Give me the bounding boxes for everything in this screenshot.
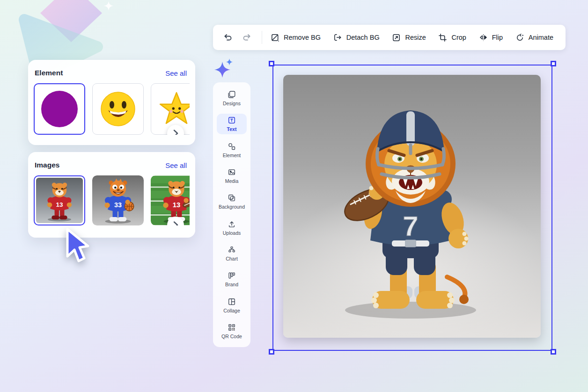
background-icon [228, 194, 236, 202]
sidebar-item-collage[interactable]: Collage [217, 295, 247, 316]
animate-label: Animate [529, 34, 553, 41]
smiley-face-icon [98, 89, 138, 129]
animate-button[interactable]: Animate [515, 33, 553, 42]
sidebar-item-label: Collage [223, 308, 240, 313]
brand-icon [228, 271, 236, 280]
jersey-number: 7 [403, 211, 418, 242]
ai-sparkle-icon [213, 57, 235, 80]
redo-icon[interactable] [241, 32, 252, 43]
chart-icon [228, 246, 236, 254]
selection-handle-top-left[interactable] [269, 61, 274, 66]
detach-bg-icon [333, 33, 342, 42]
lion-mascot-illustration: 7 [283, 75, 541, 338]
sidebar-item-label: QR Code [221, 334, 242, 339]
element-card-circle[interactable] [34, 83, 85, 135]
sidebar-item-background[interactable]: Background [217, 191, 247, 212]
flip-button[interactable]: Flip [479, 33, 503, 42]
sidebar-item-label: Uploads [223, 230, 241, 236]
decorative-diamond [40, 0, 102, 42]
sidebar-item-uploads[interactable]: Uploads [217, 218, 247, 238]
svg-text:13: 13 [56, 201, 63, 208]
sidebar-item-qr-code[interactable]: QR Code [217, 321, 247, 341]
detach-bg-button[interactable]: Detach BG [333, 33, 380, 42]
animate-icon [515, 33, 524, 42]
element-icon [228, 142, 236, 151]
sidebar-item-designs[interactable]: Designs [217, 88, 247, 109]
top-toolbar: Remove BG Detach BG Resize [213, 25, 566, 50]
text-icon [228, 116, 236, 124]
sidebar-item-label: Brand [225, 282, 238, 287]
collage-icon [228, 298, 236, 306]
toolbar-divider [262, 31, 262, 44]
element-see-all-link[interactable]: See all [165, 69, 187, 77]
sidebar-item-label: Designs [223, 101, 241, 106]
svg-text:13: 13 [173, 201, 181, 209]
sidebar-item-element[interactable]: Element [217, 140, 247, 160]
image-card-tiger-mascot[interactable]: 13 [34, 175, 85, 225]
sidebar-item-label: Chart [226, 256, 238, 261]
resize-button[interactable]: Resize [392, 33, 426, 42]
resize-icon [392, 33, 401, 42]
image-card-monster-mascot[interactable]: 33 [92, 175, 144, 225]
undo-icon[interactable] [222, 32, 234, 43]
element-panel-title: Element [35, 69, 63, 77]
sidebar-item-brand[interactable]: Brand [217, 269, 247, 290]
sidebar-item-media[interactable]: Media [217, 166, 247, 186]
decorative-sparkle [104, 1, 114, 11]
sidebar-item-text[interactable]: Text [217, 114, 247, 134]
sidebar-item-chart[interactable]: Chart [217, 243, 247, 264]
sidebar-item-label: Media [225, 178, 239, 184]
tiger-mascot-thumbnail: 13 [36, 178, 83, 223]
canvas-image[interactable]: 7 [283, 75, 541, 338]
element-card-smiley[interactable] [92, 83, 144, 135]
crop-button[interactable]: Crop [438, 33, 466, 42]
sidebar-item-label: Element [223, 152, 241, 158]
resize-label: Resize [405, 34, 426, 41]
svg-text:33: 33 [114, 201, 122, 209]
selection-handle-bottom-right[interactable] [551, 349, 556, 355]
remove-bg-button[interactable]: Remove BG [271, 33, 321, 42]
design-editor: Remove BG Detach BG Resize [0, 0, 588, 392]
qr-code-icon [228, 323, 236, 332]
crop-label: Crop [451, 34, 466, 41]
tools-sidebar: Designs Text Element Media [213, 82, 250, 347]
chevron-right-icon [173, 129, 178, 135]
media-icon [228, 168, 236, 176]
star-face-icon [157, 90, 190, 128]
selection-handle-bottom-left[interactable] [269, 349, 274, 355]
detach-bg-label: Detach BG [346, 34, 380, 41]
images-panel: Images See all [28, 152, 195, 238]
designs-icon [228, 90, 236, 99]
flip-icon [479, 33, 488, 42]
monster-mascot-thumbnail: 33 [92, 175, 144, 225]
flip-label: Flip [492, 34, 503, 41]
element-panel: Element See all [28, 60, 195, 145]
purple-circle-shape [41, 91, 78, 127]
chevron-right-icon [173, 221, 178, 225]
remove-bg-icon [271, 33, 279, 42]
images-see-all-link[interactable]: See all [165, 161, 187, 169]
sidebar-item-label: Text [227, 126, 237, 132]
remove-bg-label: Remove BG [284, 34, 321, 41]
images-panel-title: Images [35, 161, 59, 169]
selection-handle-top-right[interactable] [551, 61, 556, 66]
uploads-icon [228, 220, 236, 228]
sidebar-item-label: Background [219, 204, 245, 210]
crop-icon [438, 33, 447, 42]
cursor-pointer [64, 227, 93, 269]
